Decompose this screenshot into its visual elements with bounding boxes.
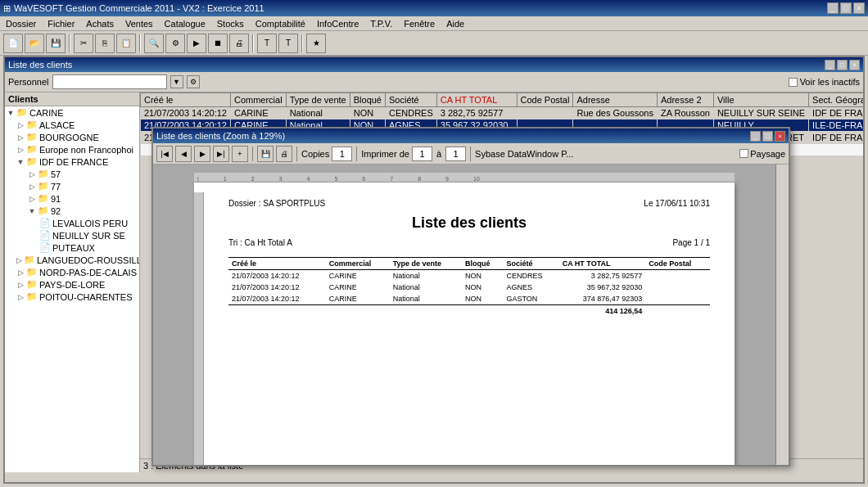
preview-maximize[interactable]: □: [762, 131, 773, 142]
clients-close[interactable]: ×: [849, 60, 860, 70]
menu-fichier[interactable]: Fichier: [45, 19, 77, 29]
tree-item-bourgogne[interactable]: ▷ 📁 BOURGOGNE: [5, 131, 139, 143]
col-ville[interactable]: Ville: [713, 93, 808, 107]
prev-created-2: 21/07/2003 14:20:12: [228, 282, 326, 293]
preview-first-page[interactable]: |◀: [156, 146, 173, 162]
col-type-vente[interactable]: Type de vente: [286, 93, 350, 107]
preview-minimize[interactable]: _: [750, 131, 761, 142]
tree-item-idf[interactable]: ▼ 📁 IDF DE FRANCE: [5, 156, 139, 168]
main-toolbar: 📄 📂 💾 ✂ ⎘ 📋 🔍 ⚙ ▶ ⏹ 🖨 T T ★: [0, 31, 868, 56]
menu-infocentre[interactable]: InfoCentre: [314, 19, 361, 29]
prev-type-1: National: [390, 270, 462, 282]
preview-page: Page 1 / 1: [672, 238, 710, 247]
preview-main[interactable]: |12345678910 Dossier : SA SPORTPLUS: [153, 165, 775, 465]
toolbar-btn2[interactable]: ⚙: [165, 34, 185, 53]
imprimer-from-input[interactable]: [412, 147, 432, 161]
paysage-checkbox[interactable]: [739, 149, 748, 158]
folder-icon-languedoc: 📁: [24, 255, 35, 265]
tree-item-puteaux[interactable]: 📄 PUTEAUX: [5, 241, 139, 254]
toolbar-btn6[interactable]: T: [257, 34, 277, 53]
maximize-button[interactable]: □: [840, 2, 852, 14]
cell-commercial: CARINE: [230, 107, 286, 119]
folder-icon-pays: 📁: [26, 279, 38, 290]
preview-window-controls[interactable]: _ □ ×: [750, 131, 785, 142]
tree-item-nord[interactable]: ▷ 📁 NORD-PAS-DE-CALAIS: [5, 266, 139, 278]
folder-icon-bourgogne: 📁: [26, 132, 38, 142]
menu-dossier[interactable]: Dossier: [3, 19, 38, 29]
toolbar-open[interactable]: 📂: [25, 34, 44, 53]
menu-comptabilite[interactable]: Comptabilité: [253, 19, 308, 29]
tree-item-57[interactable]: ▷ 📁 57: [5, 168, 139, 180]
clients-window-titlebar: Liste des clients _ □ ×: [5, 57, 863, 72]
filter-settings-btn[interactable]: ⚙: [187, 75, 200, 88]
app-window-controls[interactable]: _ □ ×: [827, 2, 865, 14]
toolbar-btn8[interactable]: ★: [306, 34, 326, 53]
preview-sep2: [296, 147, 297, 161]
folder-icon-idf: 📁: [26, 156, 38, 167]
copies-input[interactable]: [332, 147, 352, 161]
clients-window-controls[interactable]: _ □ ×: [825, 60, 860, 70]
col-bloque[interactable]: Bloqué: [350, 93, 385, 107]
toolbar-cut[interactable]: ✂: [74, 34, 93, 53]
toolbar-btn5[interactable]: 🖨: [229, 34, 249, 53]
dossier-label: Dossier :: [228, 199, 260, 208]
tree-item-91[interactable]: ▷ 📁 91: [5, 192, 139, 205]
col-created[interactable]: Créé le: [141, 93, 231, 107]
col-sect-geo[interactable]: Sect. Géographique: [809, 93, 863, 107]
tree-expand-77: ▷: [28, 183, 36, 191]
toolbar-btn4[interactable]: ⏹: [208, 34, 228, 53]
toolbar-copy[interactable]: ⎘: [95, 34, 115, 53]
preview-zoom-in[interactable]: +: [232, 146, 248, 162]
preview-close[interactable]: ×: [775, 131, 785, 142]
tree-item-neuilly[interactable]: 📄 NEUILLY SUR SE: [5, 229, 139, 241]
toolbar-new[interactable]: 📄: [3, 34, 23, 53]
toolbar-save[interactable]: 💾: [46, 34, 66, 53]
tree-item-92[interactable]: ▼ 📁 92: [5, 205, 139, 217]
toolbar-btn3[interactable]: ▶: [187, 34, 206, 53]
clients-minimize[interactable]: _: [825, 60, 835, 70]
tree-item-europe[interactable]: ▷ 📁 Europe non Francophoi: [5, 143, 139, 156]
col-code-postal[interactable]: Code Postal: [517, 93, 573, 107]
preview-next-page[interactable]: ▶: [194, 146, 210, 162]
menu-fenetre[interactable]: Fenêtre: [401, 19, 437, 29]
menu-stocks[interactable]: Stocks: [215, 19, 246, 29]
preview-save[interactable]: 💾: [257, 146, 274, 162]
minimize-button[interactable]: _: [827, 2, 839, 14]
close-button[interactable]: ×: [853, 2, 865, 14]
menu-aide[interactable]: Aide: [444, 19, 467, 29]
toolbar-btn1[interactable]: 🔍: [144, 34, 164, 53]
prev-cp-1: [645, 270, 710, 282]
table-row[interactable]: 21/07/2003 14:20:12 CARINE National NON …: [141, 107, 864, 119]
preview-scrollbar[interactable]: [775, 165, 789, 465]
col-societe[interactable]: Société: [386, 93, 437, 107]
filter-dropdown-btn[interactable]: ▼: [170, 75, 183, 88]
filter-input[interactable]: [52, 74, 167, 89]
tree-item-languedoc[interactable]: ▷ 📁 LANGUEDOC-ROUSSILLI: [5, 254, 139, 266]
menu-achats[interactable]: Achats: [84, 19, 116, 29]
voir-inactifs-checkbox[interactable]: [789, 78, 798, 87]
tree-item-poitou[interactable]: ▷ 📁 POITOU-CHARENTES: [5, 291, 139, 303]
imprimer-to-input[interactable]: [445, 147, 466, 161]
col-ca-ht[interactable]: CA HT TOTAL: [436, 93, 517, 107]
menu-ventes[interactable]: Ventes: [123, 19, 156, 29]
toolbar-btn7[interactable]: T: [278, 34, 298, 53]
toolbar-paste[interactable]: 📋: [116, 34, 136, 53]
col-adresse[interactable]: Adresse: [573, 93, 658, 107]
tree-item-77[interactable]: ▷ 📁 77: [5, 180, 139, 192]
prev-ca-2: 35 967,32 92030: [559, 282, 646, 293]
col-adresse2[interactable]: Adresse 2: [658, 93, 714, 107]
cell-sect-geo: ILE-DE-FRANCE: [809, 119, 863, 132]
tree-item-pays[interactable]: ▷ 📁 PAYS-DE-LORE: [5, 278, 139, 291]
preview-last-page[interactable]: ▶|: [213, 146, 229, 162]
menu-tpv[interactable]: T.P.V.: [368, 19, 395, 29]
tree-item-alsace[interactable]: ▷ 📁 ALSACE: [5, 119, 139, 131]
menu-catalogue[interactable]: Catalogue: [162, 19, 208, 29]
tree-item-levallois[interactable]: 📄 LEVALLOIS PERU: [5, 217, 139, 229]
tree-item-carine[interactable]: ▼ 📁 CARINE: [5, 106, 139, 119]
clients-maximize[interactable]: □: [837, 60, 848, 70]
preview-prev-page[interactable]: ◀: [175, 146, 192, 162]
col-commercial[interactable]: Commercial: [230, 93, 286, 107]
leaf-icon-neuilly: 📄: [39, 230, 51, 241]
left-ruler: [194, 192, 204, 465]
preview-print[interactable]: 🖨: [276, 146, 292, 162]
